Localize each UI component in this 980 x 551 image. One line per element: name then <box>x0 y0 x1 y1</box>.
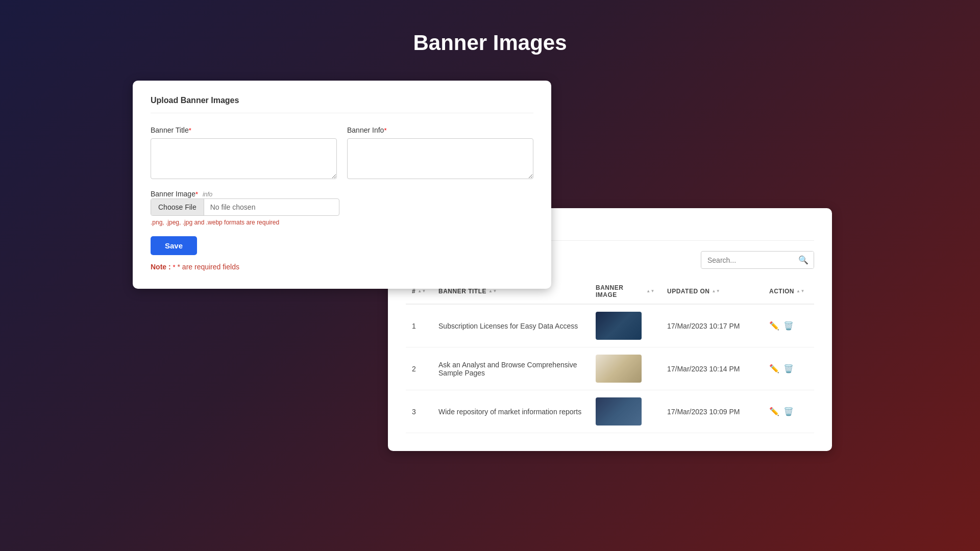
banner-images-table: # ▲▼ BANNER TITLE ▲▼ BANNER IMAGE <box>406 279 814 433</box>
thumbnail-1 <box>596 355 642 383</box>
info-badge: info <box>203 191 212 198</box>
banner-info-input[interactable] <box>347 138 533 179</box>
banner-title-group: Banner Title* <box>151 126 337 179</box>
cell-date-1: 17/Mar/2023 10:14 PM <box>661 347 763 390</box>
delete-icon-2[interactable]: 🗑️ <box>783 407 794 416</box>
cell-date-2: 17/Mar/2023 10:09 PM <box>661 390 763 433</box>
save-section: Save Note : * * are required fields <box>151 236 533 271</box>
col-header-updated-on: UPDATED ON ▲▼ <box>661 279 763 304</box>
required-star-note: * <box>173 263 176 271</box>
cell-action-2: ✏️ 🗑️ <box>763 390 814 433</box>
search-button[interactable]: 🔍 <box>793 252 814 268</box>
banner-title-input[interactable] <box>151 138 337 179</box>
action-icons-2: ✏️ 🗑️ <box>769 407 808 416</box>
upload-panel: Upload Banner Images Banner Title* Banne… <box>133 81 551 289</box>
sort-arrows-num: ▲▼ <box>418 289 426 293</box>
table-row: 2 Ask an Analyst and Browse Comprehensiv… <box>406 347 814 390</box>
delete-icon-0[interactable]: 🗑️ <box>783 321 794 331</box>
cell-action-1: ✏️ 🗑️ <box>763 347 814 390</box>
thumbnail-2 <box>596 397 642 425</box>
banner-image-label: Banner Image* info <box>151 190 212 198</box>
banner-info-group: Banner Info* <box>347 126 533 179</box>
delete-icon-1[interactable]: 🗑️ <box>783 364 794 373</box>
banner-info-label: Banner Info* <box>347 126 533 134</box>
col-header-banner-image: BANNER IMAGE ▲▼ <box>590 279 661 304</box>
banner-info-required-star: * <box>384 127 386 134</box>
cell-num-1: 2 <box>406 347 432 390</box>
banner-image-section: Banner Image* info Choose File No file c… <box>151 189 533 226</box>
edit-icon-2[interactable]: ✏️ <box>769 407 779 416</box>
page-title: Banner Images <box>413 31 567 55</box>
cell-title-2: Wide repository of market information re… <box>432 390 590 433</box>
banner-image-required-star: * <box>195 190 198 198</box>
form-row-titles: Banner Title* Banner Info* <box>151 126 533 179</box>
file-input-wrapper: Choose File No file chosen <box>151 198 339 216</box>
sort-arrows-action: ▲▼ <box>796 289 805 293</box>
search-icon: 🔍 <box>798 256 808 264</box>
table-row: 3 Wide repository of market information … <box>406 390 814 433</box>
sort-arrows-title: ▲▼ <box>488 289 497 293</box>
no-file-text: No file chosen <box>204 199 262 215</box>
cell-date-0: 17/Mar/2023 10:17 PM <box>661 304 763 347</box>
edit-icon-1[interactable]: ✏️ <box>769 364 779 373</box>
action-icons-1: ✏️ 🗑️ <box>769 364 808 373</box>
table-row: 1 Subscription Licenses for Easy Data Ac… <box>406 304 814 347</box>
edit-icon-0[interactable]: ✏️ <box>769 321 779 331</box>
banner-title-required-star: * <box>189 127 191 134</box>
panels-wrapper: Upload Banner Images Banner Title* Banne… <box>133 81 847 438</box>
cell-image-1 <box>590 347 661 390</box>
note-text: Note : * * are required fields <box>151 263 533 271</box>
save-button[interactable]: Save <box>151 236 197 255</box>
cell-num-0: 1 <box>406 304 432 347</box>
search-wrapper: 🔍 <box>701 251 814 269</box>
choose-file-button[interactable]: Choose File <box>151 199 204 215</box>
search-input[interactable] <box>701 253 793 268</box>
cell-title-0: Subscription Licenses for Easy Data Acce… <box>432 304 590 347</box>
action-icons-0: ✏️ 🗑️ <box>769 321 808 331</box>
cell-num-2: 3 <box>406 390 432 433</box>
cell-image-2 <box>590 390 661 433</box>
cell-title-1: Ask an Analyst and Browse Comprehensive … <box>432 347 590 390</box>
sort-arrows-updated: ▲▼ <box>712 289 720 293</box>
file-format-hint: .png, .jpeg, .jpg and .webp formats are … <box>151 219 533 226</box>
cell-image-0 <box>590 304 661 347</box>
upload-panel-title: Upload Banner Images <box>151 96 533 113</box>
thumbnail-0 <box>596 312 642 340</box>
sort-arrows-image: ▲▼ <box>646 289 655 293</box>
col-header-action: ACTION ▲▼ <box>763 279 814 304</box>
cell-action-0: ✏️ 🗑️ <box>763 304 814 347</box>
banner-title-label: Banner Title* <box>151 126 337 134</box>
